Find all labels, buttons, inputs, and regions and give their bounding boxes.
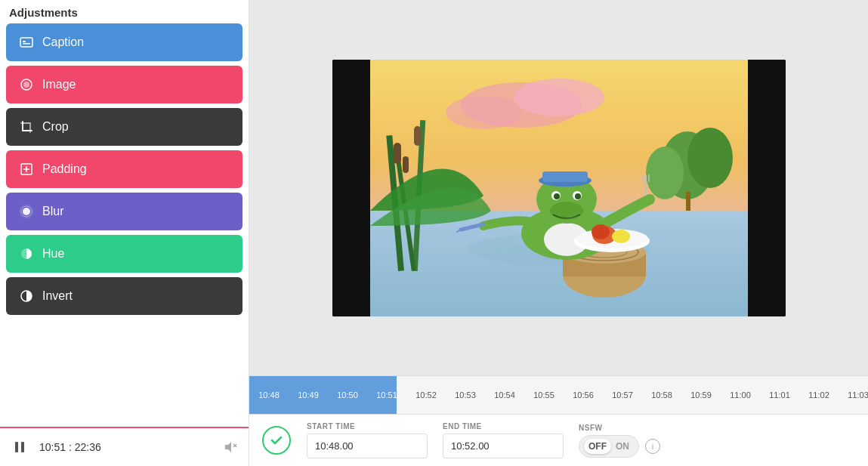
svg-point-25 [687, 128, 733, 188]
nsfw-on-option: ON [611, 439, 634, 454]
main-content: 10:48 10:49 10:50 10:51 10:52 10:53 10:5… [249, 0, 868, 466]
time-display: 10:51 : 22:36 [39, 441, 212, 453]
svg-rect-27 [686, 192, 690, 211]
caption-button[interactable]: Caption [6, 23, 242, 61]
svg-point-4 [23, 82, 29, 88]
nsfw-off-option: OFF [584, 439, 611, 454]
tl-label-0: 10:48 [249, 390, 289, 400]
caption-icon [18, 34, 35, 51]
total-time: 22:36 [75, 441, 101, 453]
hue-button[interactable]: Hue [6, 235, 242, 273]
svg-point-22 [514, 79, 604, 116]
svg-point-59 [612, 230, 630, 243]
invert-icon [18, 288, 35, 304]
svg-rect-39 [394, 143, 401, 164]
svg-rect-46 [542, 171, 588, 182]
sidebar-title: Adjustments [0, 0, 249, 23]
start-time-label: START TIME [307, 422, 428, 431]
padding-button[interactable]: Padding [6, 150, 242, 188]
tl-label-5: 10:53 [446, 390, 485, 400]
video-container [332, 60, 786, 316]
sidebar: Adjustments Caption [0, 0, 249, 466]
svg-rect-13 [15, 442, 18, 452]
invert-label: Invert [42, 289, 73, 303]
svg-marker-15 [225, 442, 231, 452]
caption-label: Caption [42, 35, 84, 49]
svg-rect-40 [414, 126, 421, 146]
check-circle [262, 426, 291, 455]
adjustments-list: Caption Image Crop [0, 23, 249, 427]
svg-point-61 [592, 224, 610, 239]
start-time-group: START TIME [307, 422, 428, 458]
nsfw-info-icon[interactable]: i [645, 439, 660, 454]
pause-button[interactable] [8, 435, 32, 459]
svg-point-50 [575, 193, 581, 199]
end-time-label: END TIME [443, 422, 564, 431]
svg-rect-0 [20, 38, 32, 47]
svg-point-26 [646, 147, 684, 199]
nsfw-group: NSFW OFF ON i [579, 424, 660, 458]
confirm-button[interactable] [261, 425, 292, 455]
svg-point-8 [23, 208, 30, 215]
tl-label-8: 10:56 [564, 390, 603, 400]
tl-label-14: 11:02 [799, 390, 839, 400]
crop-label: Crop [42, 120, 69, 134]
tl-label-4: 10:52 [406, 390, 446, 400]
svg-rect-2 [23, 43, 30, 45]
tl-label-3: 10:51 [367, 390, 406, 400]
svg-rect-41 [403, 156, 409, 173]
tl-label-11: 10:59 [681, 390, 721, 400]
hue-label: Hue [42, 247, 64, 261]
crop-icon [18, 119, 35, 135]
blur-button[interactable]: Blur [6, 193, 242, 230]
nsfw-toggle[interactable]: OFF ON [579, 435, 639, 458]
current-time: 10:51 [39, 441, 66, 453]
tl-label-12: 11:00 [721, 390, 760, 400]
mute-button[interactable] [220, 437, 241, 458]
timeline-area: 10:48 10:49 10:50 10:51 10:52 10:53 10:5… [249, 375, 868, 466]
time-separator: : [69, 441, 75, 453]
tl-label-13: 11:01 [760, 390, 799, 400]
tl-label-9: 10:57 [603, 390, 642, 400]
nsfw-row: OFF ON i [579, 435, 660, 458]
svg-rect-1 [23, 41, 26, 42]
nsfw-label: NSFW [579, 424, 660, 432]
blur-icon [18, 203, 35, 220]
tl-label-7: 10:55 [524, 390, 564, 400]
svg-rect-18 [332, 60, 370, 316]
tl-label-1: 10:49 [289, 390, 328, 400]
end-time-input[interactable] [443, 434, 564, 458]
tl-label-10: 10:58 [642, 390, 681, 400]
end-time-group: END TIME [443, 422, 564, 458]
hue-icon [18, 245, 35, 262]
timeline-labels: 10:48 10:49 10:50 10:51 10:52 10:53 10:5… [249, 376, 868, 414]
image-icon [18, 76, 35, 93]
start-time-input[interactable] [307, 434, 428, 458]
player-controls: 10:51 : 22:36 [0, 427, 249, 466]
video-area [249, 0, 868, 375]
svg-point-51 [550, 202, 583, 220]
svg-rect-19 [748, 60, 786, 316]
image-button[interactable]: Image [6, 66, 242, 103]
svg-rect-14 [21, 442, 24, 452]
padding-icon [18, 161, 35, 177]
blur-label: Blur [42, 205, 63, 218]
padding-label: Padding [42, 162, 87, 176]
timeline-track[interactable]: 10:48 10:49 10:50 10:51 10:52 10:53 10:5… [249, 375, 868, 415]
tl-label-2: 10:50 [328, 390, 367, 400]
clip-controls: START TIME END TIME NSFW OFF ON [249, 415, 868, 466]
svg-point-23 [446, 96, 521, 129]
tl-label-15: 11:03 [839, 390, 868, 400]
invert-button[interactable]: Invert [6, 277, 242, 315]
svg-point-49 [554, 193, 560, 199]
crop-button[interactable]: Crop [6, 108, 242, 146]
image-label: Image [42, 78, 76, 91]
tl-label-6: 10:54 [485, 390, 524, 400]
